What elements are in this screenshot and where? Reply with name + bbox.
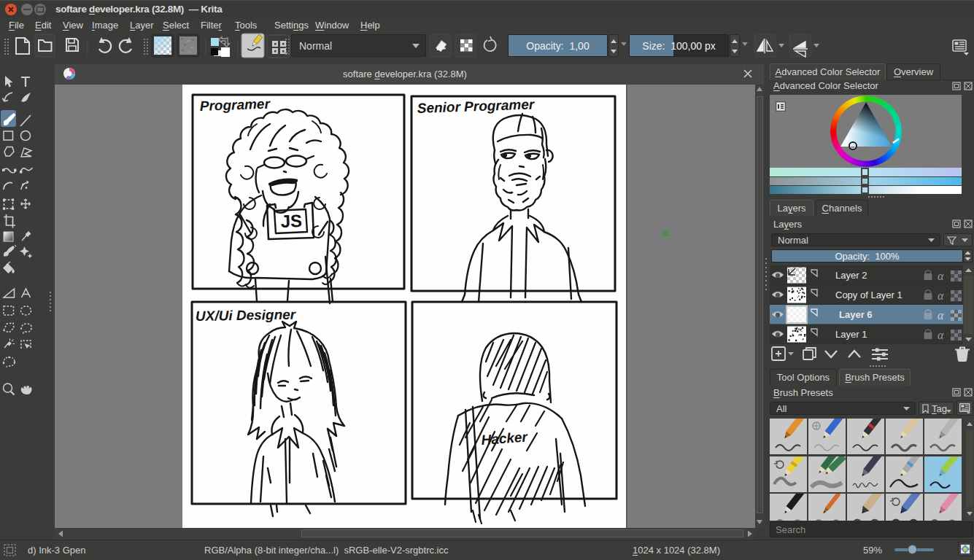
svg-text:Layer 1: Layer 1 bbox=[835, 329, 867, 340]
svg-text:Copy of Layer 1: Copy of Layer 1 bbox=[835, 289, 903, 300]
svg-text:JS: JS bbox=[280, 211, 302, 231]
svg-text:α: α bbox=[938, 289, 944, 302]
svg-text:Programer: Programer bbox=[199, 96, 271, 114]
svg-text:Layer 2: Layer 2 bbox=[835, 270, 867, 281]
svg-text:Layer 6: Layer 6 bbox=[839, 309, 873, 320]
svg-text:α: α bbox=[938, 270, 944, 282]
svg-text:UX/Ui Designer: UX/Ui Designer bbox=[196, 307, 297, 324]
svg-text:α: α bbox=[938, 329, 944, 341]
svg-text:α: α bbox=[938, 309, 944, 322]
